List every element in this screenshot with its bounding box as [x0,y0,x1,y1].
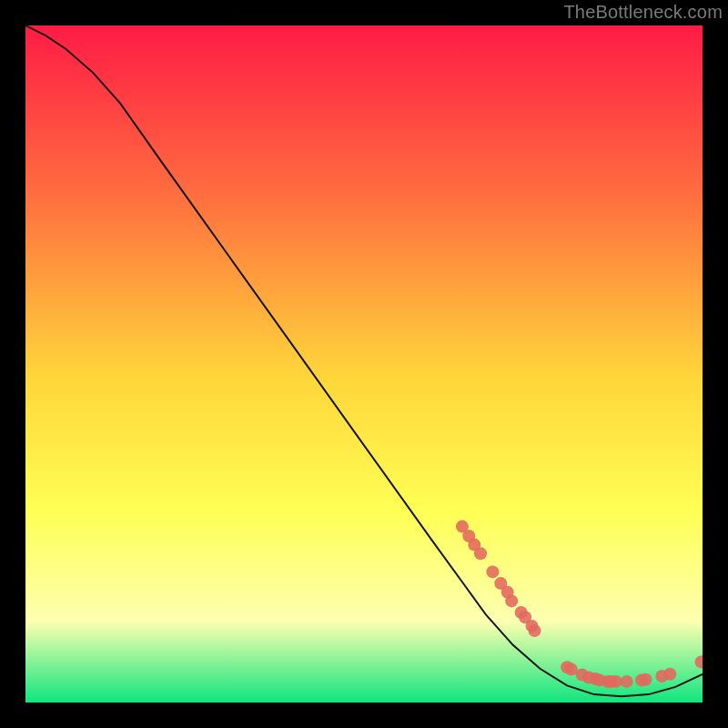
data-marker [486,565,499,578]
attribution-label: TheBottleneck.com [563,2,723,23]
data-marker [640,673,652,686]
data-marker [565,663,578,676]
plot-area [25,25,703,703]
data-marker [529,624,541,637]
chart-frame: TheBottleneck.com [0,0,728,728]
gradient-background [25,25,703,703]
data-marker [505,594,518,607]
data-marker [474,547,487,560]
data-marker [663,668,676,681]
bottleneck-chart [25,25,703,703]
data-marker [621,675,633,688]
